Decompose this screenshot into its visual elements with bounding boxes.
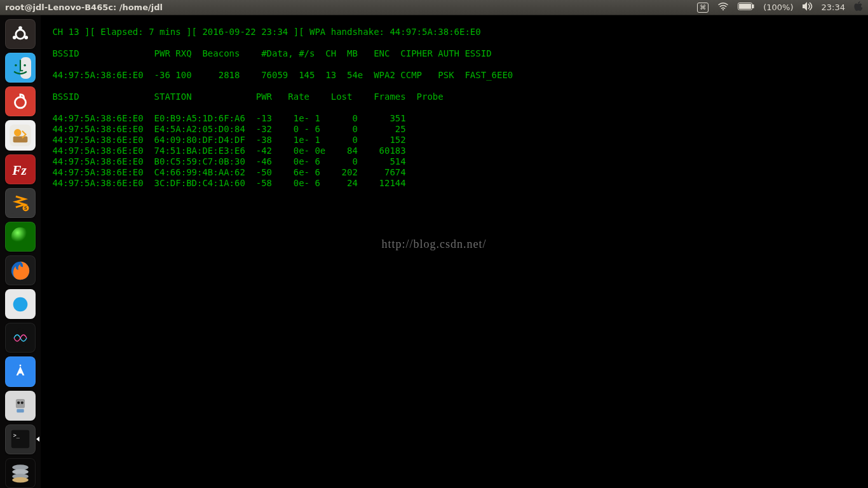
- svg-point-12: [24, 64, 26, 67]
- apple-icon[interactable]: [854, 1, 863, 13]
- dock-automator[interactable]: [5, 391, 36, 421]
- indicator-area: ⌘ (100%) 23:34: [697, 1, 863, 13]
- dock-green-orb[interactable]: [5, 222, 36, 252]
- svg-point-0: [722, 9, 724, 10]
- terminal-output[interactable]: CH 13 ][ Elapsed: 7 mins ][ 2016-09-22 2…: [41, 15, 868, 488]
- dock-disk-stack[interactable]: [5, 458, 36, 488]
- dock-app-store[interactable]: [5, 356, 36, 386]
- svg-rect-34: [17, 409, 24, 413]
- svg-point-29: [20, 365, 22, 367]
- svg-rect-31: [16, 399, 25, 408]
- dock-terminal[interactable]: >_: [5, 424, 36, 454]
- launcher-dock: FzS>_: [0, 15, 41, 488]
- svg-point-7: [13, 36, 17, 39]
- svg-text:S: S: [24, 206, 27, 212]
- dock-filezilla[interactable]: Fz: [5, 154, 36, 184]
- svg-text:Fz: Fz: [11, 163, 27, 178]
- svg-point-32: [17, 402, 20, 404]
- wifi-icon[interactable]: [717, 2, 729, 13]
- keyboard-indicator-icon[interactable]: ⌘: [697, 3, 709, 13]
- svg-point-17: [14, 129, 21, 136]
- svg-rect-16: [13, 136, 28, 142]
- dock-safari[interactable]: [5, 289, 36, 319]
- battery-percent: (100%): [763, 3, 793, 12]
- svg-point-26: [13, 297, 28, 311]
- window-title: root@jdl-Lenovo-B465c: /home/jdl: [5, 3, 163, 12]
- dock-ubuntu-dash[interactable]: [5, 19, 36, 49]
- dock-siri[interactable]: [5, 323, 36, 353]
- svg-point-6: [18, 26, 22, 30]
- svg-point-8: [24, 36, 28, 39]
- dock-netease-music[interactable]: [5, 86, 36, 116]
- dock-finder[interactable]: [5, 53, 36, 83]
- svg-point-23: [11, 227, 29, 245]
- dock-software-updater[interactable]: [5, 120, 36, 150]
- dock-sublime-text[interactable]: S: [5, 188, 36, 218]
- svg-point-41: [12, 477, 29, 483]
- svg-rect-3: [739, 4, 751, 9]
- svg-rect-2: [752, 4, 754, 8]
- menubar: root@jdl-Lenovo-B465c: /home/jdl ⌘ (100%…: [0, 0, 868, 15]
- svg-point-33: [21, 402, 24, 404]
- battery-icon[interactable]: [738, 3, 754, 12]
- svg-point-11: [15, 64, 17, 67]
- clock[interactable]: 23:34: [822, 3, 845, 12]
- svg-rect-15: [10, 125, 31, 146]
- svg-text:>_: >_: [13, 432, 20, 438]
- dock-firefox[interactable]: [5, 255, 36, 285]
- volume-icon[interactable]: [803, 2, 813, 13]
- svg-rect-10: [20, 57, 31, 79]
